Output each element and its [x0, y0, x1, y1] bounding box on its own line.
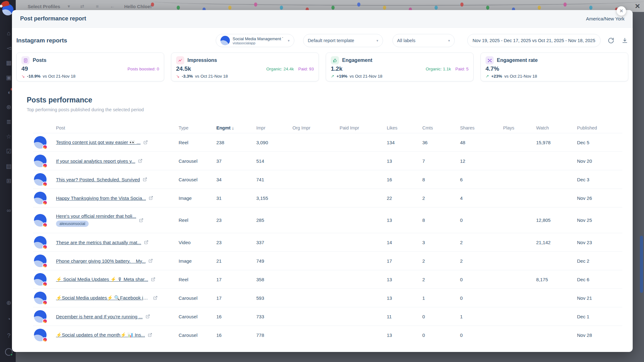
labels-select[interactable]: All labels ▾	[392, 34, 455, 47]
column-header-paid-impr[interactable]: Paid Impr	[340, 125, 387, 130]
profiles-caret-icon: ▾	[68, 3, 70, 9]
post-title-link[interactable]: Happy Thanksgiving from the Vista Socia.…	[56, 195, 146, 201]
engagement-rate-stat-card: Engagement rate 4.7% ↗ +23% vs Oct 21-No…	[480, 52, 628, 81]
column-header-impr[interactable]: Impr	[256, 125, 292, 130]
cell-engmt: 17	[216, 295, 256, 301]
cell-published: Dec 3	[577, 177, 618, 182]
external-link-icon	[148, 333, 152, 337]
open-post-button[interactable]	[144, 240, 148, 244]
column-header-engmt[interactable]: Engmt↓	[216, 125, 256, 130]
sidebar-item-files[interactable]: ▤	[5, 162, 13, 170]
sidebar-item-calendar[interactable]: ▦	[5, 59, 13, 67]
sidebar-item-megaphone[interactable]: ◅	[5, 44, 13, 52]
post-title-link[interactable]: If your social analytics report gives y.…	[56, 158, 135, 164]
external-link-icon	[139, 218, 143, 222]
sidebar-item-notifications[interactable]: ◔	[5, 315, 13, 323]
open-post-button[interactable]	[138, 159, 142, 163]
cell-published: Dec 6	[577, 277, 618, 282]
download-icon	[621, 37, 628, 44]
profile-handle: vistasocialapp	[233, 41, 283, 45]
refresh-button[interactable]	[608, 37, 614, 44]
external-link-icon	[149, 196, 153, 200]
profile-avatar	[220, 36, 230, 45]
open-post-button[interactable]	[146, 314, 150, 319]
page-scrollbar-thumb[interactable]	[640, 236, 643, 293]
table-row: This year? Posted. Scheduled. SurvivedCa…	[33, 170, 622, 189]
card-value: 4.7%	[486, 65, 499, 72]
sidebar-item-listening[interactable]: ≣	[5, 118, 13, 126]
post-title-link[interactable]: December is here and If you're running .…	[56, 314, 143, 319]
profile-name: Social Media Management Toc	[233, 36, 283, 41]
open-post-button[interactable]	[151, 277, 155, 282]
external-link-icon	[138, 159, 142, 163]
instagram-icon	[42, 145, 47, 150]
open-post-button[interactable]	[153, 296, 158, 300]
cell-likes: 13	[387, 332, 422, 338]
post-title-link[interactable]: Testing content just got way easier 👀 ..…	[56, 140, 141, 145]
post-title-link[interactable]: These are the metrics that actually mat.…	[56, 240, 141, 245]
column-header-likes[interactable]: Likes	[387, 125, 422, 130]
cell-likes: 16	[387, 177, 422, 182]
modal-title: Post performance report	[20, 15, 86, 22]
sidebar-item-home[interactable]: ⌂	[5, 30, 13, 37]
close-button[interactable]: ✕	[617, 6, 626, 16]
sidebar-item-tasks[interactable]: ☑	[5, 148, 13, 155]
profile-select[interactable]: Social Media Management Toc vistasociala…	[216, 34, 294, 47]
sidebar-item-media[interactable]: ▣	[5, 74, 13, 81]
cell-likes: 17	[387, 258, 422, 264]
column-header-plays[interactable]: Plays	[503, 125, 536, 130]
cell-impr: 741	[256, 177, 292, 182]
cell-cmts: 8	[422, 217, 460, 223]
column-header-shares[interactable]: Shares	[460, 125, 503, 130]
sidebar-item-messages[interactable]: ◖	[5, 89, 13, 96]
post-title-link[interactable]: Here's your official reminder that holi.…	[56, 213, 136, 219]
instagram-icon	[42, 163, 47, 168]
table-row: ⚡Social updates of the month⚡ 📊 Ins...Ca…	[33, 326, 622, 344]
column-header-org-impr[interactable]: Org Impr	[292, 125, 340, 130]
open-post-button[interactable]	[143, 140, 148, 145]
cell-published: Dec 2	[577, 258, 618, 264]
cell-watch: 12,805	[536, 217, 577, 223]
column-header-type[interactable]: Type	[179, 125, 216, 130]
sidebar-item-profile[interactable]	[5, 348, 13, 356]
post-title-link[interactable]: ⚡Social Media updates⚡ 🔍Facebook intr...	[56, 295, 150, 301]
post-label-chip: alexusonsocial	[56, 221, 89, 227]
post-title-link[interactable]: Phone charger giving 100% battery. My...	[56, 258, 146, 264]
background-close-icon: ✕	[635, 3, 640, 10]
cell-shares: 0	[460, 295, 503, 301]
table-body: Testing content just got way easier 👀 ..…	[33, 133, 622, 344]
column-header-cmts[interactable]: Cmts	[422, 125, 460, 130]
delta-period: vs Oct 21-Nov 18	[195, 74, 228, 79]
download-button[interactable]	[621, 37, 628, 44]
sidebar-item-help[interactable]: ?	[5, 332, 13, 339]
sidebar-item-science[interactable]: ⊛	[5, 103, 13, 111]
sidebar-item-apps[interactable]: ⊞	[5, 177, 13, 185]
cell-likes: 22	[387, 195, 422, 201]
open-post-button[interactable]	[148, 333, 152, 337]
open-post-button[interactable]	[149, 196, 153, 200]
post-title-link[interactable]: ⚡Social updates of the month⚡ 📊 Ins...	[56, 332, 145, 338]
report-template-select[interactable]: Default report template ▾	[303, 34, 383, 47]
sidebar-item-employees[interactable]: ∞	[5, 207, 13, 214]
cell-impr: 3,155	[256, 195, 292, 201]
open-post-button[interactable]	[143, 177, 147, 182]
column-header-post[interactable]: Post	[56, 125, 179, 130]
cell-impr: 285	[256, 217, 292, 223]
sidebar-item-reviews[interactable]: ☆	[5, 133, 13, 140]
open-post-button[interactable]	[139, 218, 143, 222]
post-title-link[interactable]: ⚡ Social Media Updates ⚡ 🎙 Meta shar...	[56, 277, 148, 282]
cell-shares: 48	[460, 140, 503, 145]
date-range-picker[interactable]: Nov 19, 2025 - Dec 17, 2025 vs Oct 21, 2…	[467, 34, 601, 47]
organic-label: Organic: 24.4k	[266, 67, 294, 71]
sidebar-item-add[interactable]: ⊕	[5, 299, 13, 307]
column-header-published[interactable]: Published	[577, 125, 618, 130]
post-title-link[interactable]: This year? Posted. Scheduled. Survived	[56, 177, 140, 182]
column-header-watch[interactable]: Watch	[536, 125, 577, 130]
open-post-button[interactable]	[148, 259, 153, 263]
instagram-icon	[42, 244, 47, 250]
delta-period: vs Oct 21-Nov 18	[504, 74, 537, 79]
christmas-bulb	[228, 6, 231, 10]
table-row: Happy Thanksgiving from the Vista Socia.…	[33, 189, 622, 207]
post-avatar	[34, 329, 47, 341]
post-avatar	[34, 173, 47, 186]
